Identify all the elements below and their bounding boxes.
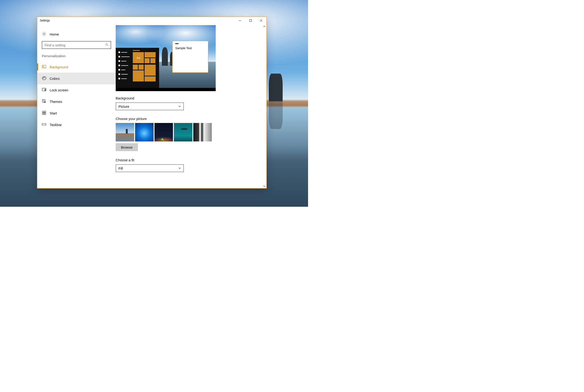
choose-fit-label: Choose a fit (116, 158, 261, 162)
sidebar-item-label: Lock screen (50, 88, 68, 92)
gear-icon (42, 32, 47, 37)
sidebar-item-taskbar[interactable]: Taskbar (37, 119, 116, 130)
section-heading: Personalization (37, 54, 116, 61)
sidebar-item-label: Colors (50, 76, 60, 80)
background-value: Picture (118, 104, 129, 108)
fit-value: Fill (118, 166, 123, 170)
svg-rect-0 (250, 20, 252, 22)
sidebar-item-label: Start (50, 111, 57, 115)
svg-point-5 (43, 78, 44, 78)
svg-rect-9 (45, 90, 46, 90)
taskbar-icon (42, 122, 47, 127)
lock-screen-icon (42, 88, 47, 93)
sidebar-item-label: Themes (50, 100, 62, 104)
desktop-preview: Aa (116, 25, 216, 91)
start-menu-preview: Aa (116, 48, 159, 88)
choose-picture-label: Choose your picture (116, 117, 261, 121)
close-button[interactable] (256, 17, 266, 24)
svg-rect-13 (43, 113, 44, 114)
start-icon (42, 110, 47, 116)
background-label: Background (116, 96, 261, 100)
svg-point-2 (106, 44, 108, 45)
background-dropdown[interactable]: Picture (116, 102, 184, 110)
fit-dropdown[interactable]: Fill (116, 164, 184, 172)
sidebar-item-lock-screen[interactable]: Lock screen (37, 84, 116, 96)
svg-point-6 (44, 77, 44, 78)
settings-window: Settings Home (37, 16, 267, 188)
svg-rect-15 (42, 124, 46, 125)
sidebar-item-themes[interactable]: Themes (37, 96, 116, 107)
svg-rect-12 (44, 111, 46, 112)
search-icon (105, 43, 109, 47)
sidebar-item-background[interactable]: Background (37, 61, 116, 73)
titlebar[interactable]: Settings (37, 17, 266, 24)
sample-text: Sample Text (175, 46, 192, 50)
home-label: Home (50, 32, 59, 36)
scroll-up-icon[interactable] (263, 25, 265, 28)
scroll-down-icon[interactable] (263, 185, 265, 187)
picture-thumbnails (116, 123, 261, 142)
preview-tile-aa: Aa (133, 52, 144, 63)
chevron-down-icon (178, 166, 181, 170)
picture-thumb-1[interactable] (116, 123, 134, 142)
browse-button[interactable]: Browse (116, 143, 138, 151)
themes-icon (42, 99, 47, 104)
sidebar-item-start[interactable]: Start (37, 107, 116, 119)
svg-rect-14 (44, 113, 46, 114)
chevron-down-icon (178, 104, 181, 108)
sidebar: Home Personalization Background Colo (37, 24, 116, 188)
window-title: Settings (40, 19, 50, 22)
sidebar-item-label: Background (50, 65, 68, 69)
svg-point-1 (44, 34, 45, 34)
picture-thumb-5[interactable] (193, 123, 212, 142)
sidebar-item-colors[interactable]: Colors (37, 73, 116, 84)
content: Aa (116, 24, 266, 188)
home-button[interactable]: Home (37, 30, 116, 41)
scrollbar[interactable] (262, 24, 266, 188)
svg-rect-11 (43, 111, 44, 112)
picture-thumb-4[interactable] (174, 123, 192, 142)
sample-window-preview: Sample Text (172, 41, 208, 73)
svg-point-7 (45, 77, 45, 78)
maximize-button[interactable] (245, 17, 256, 24)
sidebar-item-label: Taskbar (50, 123, 62, 127)
search-field[interactable] (45, 43, 105, 47)
picture-icon (42, 64, 47, 70)
picture-thumb-3[interactable] (154, 123, 173, 142)
picture-thumb-2[interactable] (135, 123, 154, 142)
minimize-button[interactable] (235, 17, 245, 24)
search-input[interactable] (42, 41, 111, 49)
palette-icon (42, 76, 47, 81)
